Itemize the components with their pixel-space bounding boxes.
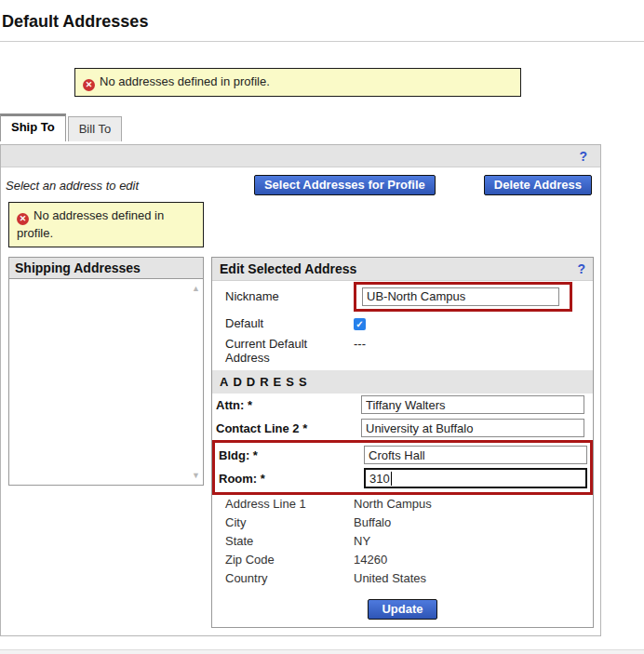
nickname-row: Nickname (212, 281, 593, 313)
default-addresses-page: Default Addresses ✕No addresses defined … (0, 0, 644, 654)
current-default-row: Current Default Address --- (212, 335, 593, 365)
page-title: Default Addresses (0, 0, 644, 42)
zip-code-row: Zip Code 14260 (212, 551, 593, 569)
address-section-header: ADDRESS (212, 370, 593, 394)
panel-topbar: ? (1, 145, 600, 167)
country-value: United States (354, 571, 426, 585)
error-icon: ✕ (83, 79, 95, 91)
update-row: Update (212, 599, 593, 620)
country-row: Country United States (212, 569, 593, 588)
contact-line-2-label: Contact Line 2 * (212, 421, 361, 435)
default-label: Default (212, 316, 354, 330)
state-label: State (212, 534, 354, 548)
address-line-1-value: North Campus (354, 497, 432, 511)
footer-bar (0, 649, 644, 654)
room-label: Room: * (215, 472, 364, 486)
help-icon[interactable]: ? (579, 149, 587, 164)
room-input-wrap (364, 468, 587, 488)
top-alert-text: No addresses defined in profile. (100, 74, 270, 88)
address-columns: Shipping Addresses ▲ ▼ Edit Selected Add… (8, 257, 600, 628)
contact-line-2-input[interactable] (361, 419, 584, 437)
nickname-label: Nickname (212, 289, 354, 303)
bldg-label: Bldg: * (215, 448, 364, 462)
panel-alert-box: ✕No addresses defined in profile. (8, 202, 204, 247)
country-label: Country (212, 571, 354, 585)
top-alert-banner: ✕No addresses defined in profile. (74, 68, 521, 97)
tab-bill-to[interactable]: Bill To (68, 116, 122, 141)
error-icon: ✕ (17, 213, 29, 225)
panel-alert-text: No addresses defined in profile. (17, 208, 164, 240)
address-line-1-label: Address Line 1 (212, 497, 354, 511)
city-value: Buffalo (354, 515, 391, 529)
toolbar: Select an address to edit Select Address… (1, 167, 600, 201)
city-row: City Buffalo (212, 514, 593, 532)
attn-row: Attn: * (212, 394, 593, 417)
contact-line-2-row: Contact Line 2 * (212, 417, 593, 440)
scroll-up-icon[interactable]: ▲ (192, 284, 200, 293)
state-row: State NY (212, 532, 593, 551)
state-value: NY (354, 534, 370, 548)
ship-to-panel: ? Select an address to edit Select Addre… (0, 144, 601, 636)
attn-label: Attn: * (212, 398, 361, 412)
select-addresses-for-profile-button[interactable]: Select Addresses for Profile (254, 175, 436, 195)
attn-input[interactable] (361, 395, 584, 414)
shipping-addresses-column: Shipping Addresses ▲ ▼ (8, 257, 204, 486)
annotation-highlight-nickname (354, 282, 572, 312)
tab-ship-to[interactable]: Ship To (0, 113, 66, 141)
shipping-addresses-header: Shipping Addresses (8, 257, 204, 279)
shipping-addresses-listbox[interactable]: ▲ ▼ (8, 279, 204, 486)
edit-panel-title: Edit Selected Address (220, 261, 356, 276)
room-row: Room: * (215, 467, 590, 490)
current-default-value: --- (354, 335, 366, 351)
default-row: Default ✓ (212, 313, 593, 335)
annotation-highlight-bldg-room: Bldg: * Room: * (212, 440, 593, 495)
text-cursor (391, 472, 392, 486)
update-button[interactable]: Update (368, 599, 436, 620)
edit-panel-header: Edit Selected Address ? (212, 258, 593, 281)
edit-selected-address-panel: Edit Selected Address ? Nickname Default… (211, 257, 594, 628)
zip-code-value: 14260 (354, 553, 387, 567)
delete-address-button[interactable]: Delete Address (484, 175, 592, 195)
current-default-label: Current Default Address (212, 335, 354, 365)
zip-code-label: Zip Code (212, 553, 354, 567)
scroll-down-icon[interactable]: ▼ (192, 471, 200, 480)
nickname-input[interactable] (362, 287, 559, 306)
city-label: City (212, 515, 354, 529)
address-line-1-row: Address Line 1 North Campus (212, 495, 593, 514)
bldg-input[interactable] (364, 446, 587, 464)
default-checkbox[interactable]: ✓ (354, 318, 366, 330)
room-input[interactable] (364, 468, 587, 488)
instruction-text: Select an address to edit (6, 179, 139, 193)
address-tabs: Ship To Bill To (0, 113, 644, 141)
bldg-row: Bldg: * (215, 444, 590, 467)
help-icon[interactable]: ? (577, 261, 585, 276)
